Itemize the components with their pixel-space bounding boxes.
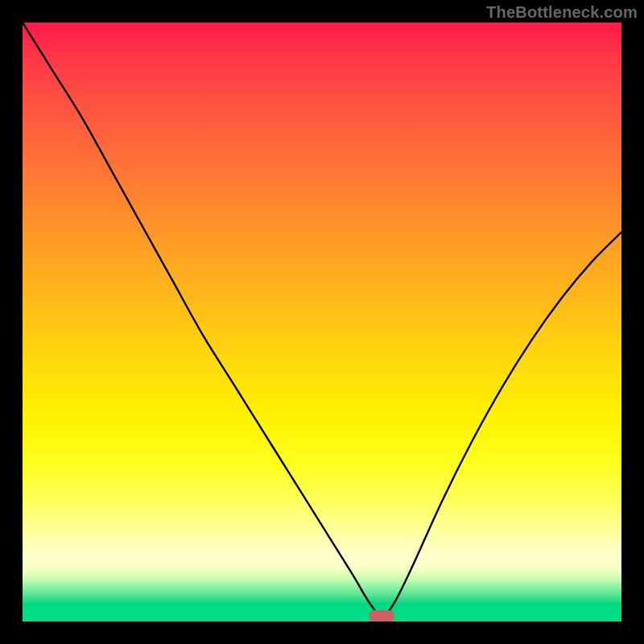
watermark-text: TheBottleneck.com bbox=[486, 3, 638, 22]
optimal-marker bbox=[369, 610, 394, 621]
chart-frame: TheBottleneck.com bbox=[0, 0, 644, 644]
bottleneck-curve bbox=[23, 23, 621, 621]
plot-area bbox=[23, 23, 621, 621]
